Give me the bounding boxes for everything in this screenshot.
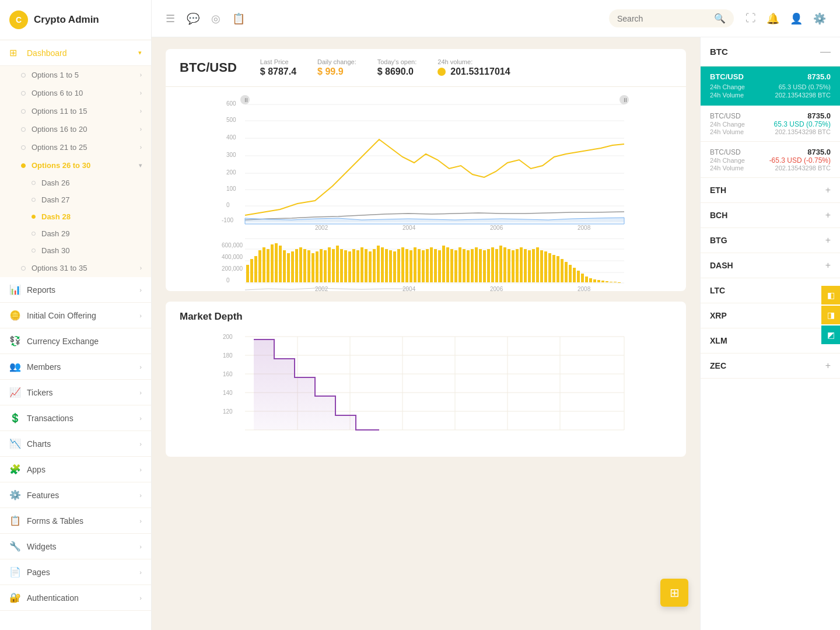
crypto-row-ltc[interactable]: LTC +	[701, 278, 840, 303]
svg-rect-83	[450, 249, 453, 282]
btc-d1-vol-label: 24h Volume	[710, 128, 744, 135]
svg-rect-87	[467, 250, 470, 282]
sidebar-item-dashboard[interactable]: ⊞ Dashboard ▾	[0, 40, 151, 66]
bullet-dash30	[32, 249, 36, 253]
sidebar-item-charts[interactable]: 📉 Charts ›	[0, 431, 151, 457]
ico-chevron: ›	[139, 312, 142, 319]
transactions-chevron: ›	[139, 415, 142, 422]
sub-sub-dash29[interactable]: Dash 29	[0, 225, 151, 242]
svg-text:600,000: 600,000	[222, 242, 243, 249]
target-icon[interactable]: ◎	[211, 12, 220, 25]
settings-icon[interactable]: ⚙️	[813, 12, 826, 25]
crypto-row-eth[interactable]: ETH +	[701, 178, 840, 203]
crypto-row-zec[interactable]: ZEC +	[701, 354, 840, 379]
sidebar-item-forms-tables[interactable]: 📋 Forms & Tables ›	[0, 508, 151, 534]
sub-label-options-6-10: Options 6 to 10	[32, 89, 83, 97]
bch-plus-icon[interactable]: +	[825, 210, 831, 220]
main-area: ☰ 💬 ◎ 📋 🔍 ⛶ 🔔 👤 ⚙️ BTC/USD Last Price $	[152, 0, 840, 630]
eth-plus-icon[interactable]: +	[825, 185, 831, 195]
bch-label: BCH	[710, 211, 825, 220]
svg-rect-117	[589, 278, 592, 282]
svg-rect-116	[585, 276, 588, 282]
btc-active-block: BTC/USD 8735.0 24h Change 65.3 USD (0.75…	[701, 66, 840, 106]
sidebar-item-tickers[interactable]: 📈 Tickers ›	[0, 380, 151, 405]
sub-item-options-6-10[interactable]: Options 6 to 10 ›	[0, 84, 151, 102]
crypto-row-xrp[interactable]: XRP +	[701, 303, 840, 328]
sub-item-options-1-5[interactable]: Options 1 to 5 ›	[0, 66, 151, 84]
last-price-label: Last Price	[260, 58, 296, 65]
sub-label-options-31-35: Options 31 to 35	[32, 264, 87, 272]
svg-rect-77	[426, 249, 429, 282]
float-btn-1[interactable]: ◧	[821, 286, 840, 304]
sidebar-item-features[interactable]: ⚙️ Features ›	[0, 482, 151, 508]
sidebar-item-widgets[interactable]: 🔧 Widgets ›	[0, 534, 151, 559]
btc-d2-vol-value: 202.13543298 BTC	[775, 164, 831, 172]
search-input[interactable]	[617, 14, 710, 23]
sidebar-item-pages[interactable]: 📄 Pages ›	[0, 559, 151, 585]
svg-rect-49	[312, 253, 314, 282]
sub-item-options-16-20[interactable]: Options 16 to 20 ›	[0, 120, 151, 138]
bullet-dash26	[32, 181, 36, 185]
bell-icon[interactable]: 🔔	[766, 12, 779, 25]
svg-rect-57	[344, 250, 347, 282]
svg-text:2008: 2008	[578, 225, 591, 231]
crypto-row-bch[interactable]: BCH +	[701, 203, 840, 228]
chevron-options-31-35: ›	[140, 265, 142, 271]
btc-header: BTC —	[701, 37, 840, 66]
sub-sub-dash30[interactable]: Dash 30	[0, 242, 151, 259]
sidebar-item-reports[interactable]: 📊 Reports ›	[0, 277, 151, 303]
svg-text:⏸: ⏸	[243, 97, 249, 103]
sidebar-item-auth[interactable]: 🔐 Authentication ›	[0, 585, 151, 611]
sidebar-item-ico[interactable]: 🪙 Initial Coin Offering ›	[0, 303, 151, 328]
sidebar-item-apps[interactable]: 🧩 Apps ›	[0, 457, 151, 482]
svg-rect-63	[369, 251, 372, 282]
zec-plus-icon[interactable]: +	[825, 360, 831, 371]
sub-item-options-31-35[interactable]: Options 31 to 35 ›	[0, 259, 151, 277]
crypto-row-xlm[interactable]: XLM +	[701, 328, 840, 354]
crypto-row-btg[interactable]: BTG +	[701, 228, 840, 253]
svg-rect-81	[442, 246, 445, 282]
stat-todays-open: Today's open: $ 8690.0	[377, 58, 417, 77]
sub-sub-dash28[interactable]: Dash 28	[0, 208, 151, 225]
fab-button[interactable]: ⊞	[660, 579, 688, 607]
svg-rect-38	[267, 249, 270, 282]
crypto-row-dash[interactable]: DASH +	[701, 253, 840, 278]
clipboard-icon[interactable]: 📋	[232, 12, 245, 25]
sidebar-item-transactions[interactable]: 💲 Transactions ›	[0, 405, 151, 431]
svg-rect-118	[593, 279, 596, 282]
dash-plus-icon[interactable]: +	[825, 260, 831, 271]
svg-text:200: 200	[226, 169, 236, 176]
sidebar: C Crypto Admin ⊞ Dashboard ▾ Options 1 t…	[0, 0, 152, 630]
label-dash30: Dash 30	[41, 246, 69, 255]
btg-plus-icon[interactable]: +	[825, 235, 831, 246]
todays-open-value: $ 8690.0	[377, 66, 417, 77]
btc-minus-icon[interactable]: —	[820, 46, 831, 58]
svg-rect-109	[556, 256, 559, 282]
sub-sub-dash27[interactable]: Dash 27	[0, 191, 151, 208]
svg-text:500: 500	[226, 117, 236, 123]
svg-rect-97	[508, 249, 510, 282]
btc-active-price: 8735.0	[807, 72, 831, 81]
daily-change-value: $ 99.9	[317, 66, 356, 77]
sub-item-options-26-30[interactable]: Options 26 to 30 ▾	[0, 156, 151, 174]
sidebar-item-exchange[interactable]: 💱 Currency Exchange	[0, 328, 151, 354]
svg-rect-50	[316, 251, 318, 282]
float-btn-2[interactable]: ◨	[821, 306, 840, 324]
chevron-options-1-5: ›	[140, 72, 142, 78]
sub-item-options-21-25[interactable]: Options 21 to 25 ›	[0, 138, 151, 156]
sub-sub-dash26[interactable]: Dash 26	[0, 174, 151, 191]
svg-text:0: 0	[226, 202, 230, 208]
fullscreen-icon[interactable]: ⛶	[746, 12, 756, 24]
svg-text:600: 600	[226, 100, 236, 107]
svg-rect-35	[254, 256, 257, 282]
menu-icon[interactable]: ☰	[166, 12, 175, 25]
search-icon[interactable]: 🔍	[714, 13, 726, 24]
sub-item-options-11-15[interactable]: Options 11 to 15 ›	[0, 102, 151, 120]
float-btn-3[interactable]: ◩	[821, 326, 840, 344]
user-icon[interactable]: 👤	[790, 12, 803, 25]
svg-rect-85	[459, 247, 461, 282]
sidebar-item-members[interactable]: 👥 Members ›	[0, 354, 151, 380]
svg-text:200: 200	[223, 334, 233, 340]
chat-icon[interactable]: 💬	[187, 12, 200, 25]
dashboard-chevron: ▾	[138, 49, 142, 57]
